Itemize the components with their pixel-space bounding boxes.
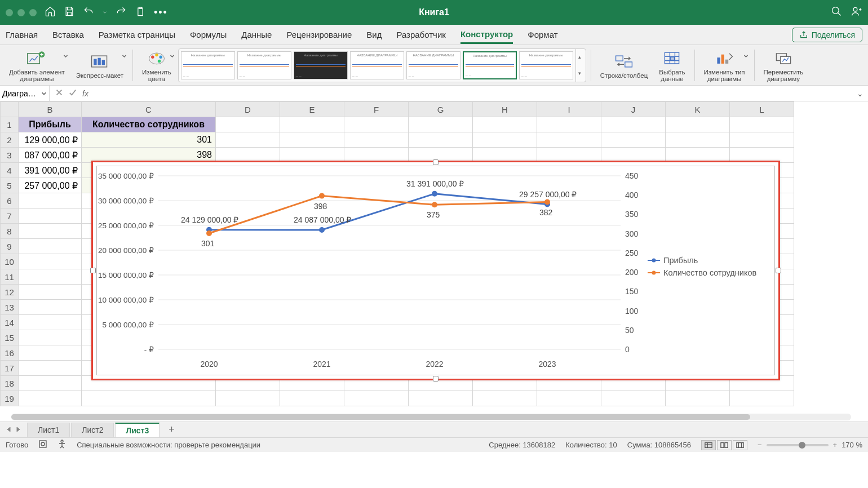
tab-format[interactable]: Формат	[528, 26, 557, 43]
legend-item-profit[interactable]: Прибыль	[648, 256, 756, 265]
cell[interactable]	[344, 391, 409, 406]
cell[interactable]	[216, 117, 280, 132]
cell[interactable]	[82, 391, 216, 406]
row-header[interactable]: 4	[1, 163, 19, 178]
cell[interactable]	[666, 132, 730, 148]
row-header[interactable]: 16	[1, 345, 19, 361]
cell[interactable]	[473, 391, 537, 406]
zoom-slider[interactable]	[767, 444, 829, 446]
macro-record-icon[interactable]	[38, 440, 47, 450]
cell[interactable]: 129 000,00 ₽	[19, 132, 82, 148]
sheet-tab-2[interactable]: Лист2	[71, 423, 114, 437]
col-header-d[interactable]: D	[216, 102, 280, 117]
cell[interactable]	[280, 132, 344, 148]
tab-review[interactable]: Рецензирование	[286, 26, 352, 43]
quick-layout-button[interactable]: Экспресс-макет	[72, 46, 128, 84]
cell[interactable]	[409, 117, 473, 132]
view-pagelayout-button[interactable]	[717, 440, 732, 450]
row-header[interactable]: 8	[1, 224, 19, 239]
row-header[interactable]: 15	[1, 330, 19, 345]
col-header-f[interactable]: F	[344, 102, 409, 117]
move-chart-button[interactable]: Переместить диаграмму	[759, 46, 808, 84]
cell[interactable]	[19, 193, 82, 208]
cell[interactable]	[19, 345, 82, 361]
add-chart-element-button[interactable]: Добавить элемент диаграммы	[5, 46, 69, 84]
cell[interactable]	[601, 117, 666, 132]
chart-style-1[interactable]: Название диаграммы——	[181, 51, 235, 79]
col-header-k[interactable]: K	[666, 102, 730, 117]
row-header[interactable]: 13	[1, 300, 19, 315]
change-colors-button[interactable]: Изменить цвета	[138, 46, 176, 84]
cell[interactable]	[666, 391, 730, 406]
row-header[interactable]: 3	[1, 148, 19, 163]
chart-handle-n[interactable]	[433, 159, 439, 165]
chart-style-7[interactable]: Название диаграммы——	[519, 51, 573, 79]
col-header-h[interactable]: H	[473, 102, 537, 117]
tab-home[interactable]: Главная	[6, 26, 38, 43]
select-data-button[interactable]: Выбрать данные	[654, 46, 689, 84]
cell[interactable]	[730, 117, 794, 132]
change-chart-type-button[interactable]: Изменить тип диаграммы	[699, 46, 750, 84]
cell[interactable]	[19, 239, 82, 254]
coauthor-icon[interactable]	[851, 6, 862, 19]
cell[interactable]: 087 000,00 ₽	[19, 148, 82, 163]
minimize-dot[interactable]	[17, 9, 25, 16]
cell[interactable]	[19, 315, 82, 330]
row-header[interactable]: 19	[1, 391, 19, 406]
col-header-i[interactable]: I	[537, 102, 601, 117]
cell[interactable]	[19, 285, 82, 300]
view-pagebreak-button[interactable]	[733, 440, 747, 450]
col-header-j[interactable]: J	[601, 102, 666, 117]
col-header-g[interactable]: G	[409, 102, 473, 117]
more-icon[interactable]: •••	[154, 7, 168, 19]
chart-style-2[interactable]: Название диаграммы——	[237, 51, 291, 79]
zoom-out-button[interactable]: −	[758, 441, 762, 449]
cell[interactable]	[473, 117, 537, 132]
tab-view[interactable]: Вид	[366, 26, 382, 43]
cell[interactable]	[19, 330, 82, 345]
tab-pagelayout[interactable]: Разметка страницы	[99, 26, 175, 43]
chart-legend[interactable]: Прибыль Количество сотрудников	[648, 252, 756, 281]
tab-developer[interactable]: Разработчик	[396, 26, 445, 43]
chart-style-5[interactable]: НАЗВАНИЕ ДИАГРАММЫ——	[406, 51, 460, 79]
col-header-c[interactable]: C	[82, 102, 216, 117]
row-header[interactable]: 14	[1, 315, 19, 330]
cell[interactable]	[344, 117, 409, 132]
row-header[interactable]: 17	[1, 361, 19, 376]
chart-style-3[interactable]: Название диаграммы——	[294, 51, 348, 79]
zoom-in-button[interactable]: +	[833, 441, 838, 449]
switch-row-col-button[interactable]: Строка/столбец	[596, 46, 652, 84]
cell[interactable]	[473, 132, 537, 148]
window-controls[interactable]	[6, 9, 37, 16]
row-header[interactable]: 1	[1, 117, 19, 132]
name-box[interactable]: Диаграм…	[0, 86, 50, 101]
cell[interactable]	[537, 132, 601, 148]
save-icon[interactable]	[64, 6, 75, 19]
cell[interactable]	[19, 254, 82, 269]
close-dot[interactable]	[6, 9, 13, 16]
cell[interactable]	[730, 391, 794, 406]
redo-icon[interactable]	[116, 6, 127, 19]
row-header[interactable]: 2	[1, 132, 19, 148]
chart-plot-area[interactable]: - ₽5 000 000,00 ₽10 000 000,00 ₽15 000 0…	[158, 169, 621, 361]
accept-formula-icon[interactable]	[69, 88, 77, 98]
sheet-tab-1[interactable]: Лист1	[27, 423, 70, 437]
next-sheet-icon[interactable]	[15, 425, 21, 434]
expand-formula-bar-icon[interactable]: ⌄	[852, 89, 868, 98]
cell[interactable]	[537, 391, 601, 406]
view-normal-button[interactable]	[701, 440, 716, 450]
share-button[interactable]: Поделиться	[792, 28, 862, 42]
zoom-value[interactable]: 170 %	[842, 441, 862, 449]
cell[interactable]	[409, 391, 473, 406]
add-sheet-button[interactable]: +	[164, 424, 179, 436]
maximize-dot[interactable]	[29, 9, 37, 16]
col-header-b[interactable]: B	[19, 102, 82, 117]
col-header-e[interactable]: E	[280, 102, 344, 117]
cell[interactable]	[19, 391, 82, 406]
chart-handle-e[interactable]	[776, 268, 781, 273]
chart-style-6[interactable]: Название диаграммы——	[463, 51, 517, 79]
row-header[interactable]: 11	[1, 269, 19, 285]
row-header[interactable]: 12	[1, 285, 19, 300]
cell[interactable]: 301	[82, 132, 216, 148]
row-header[interactable]: 10	[1, 254, 19, 269]
